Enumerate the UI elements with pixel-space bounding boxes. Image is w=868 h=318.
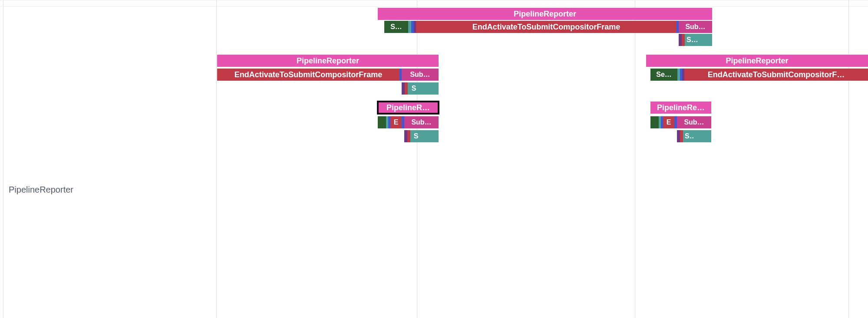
pipeline-reporter-slice[interactable]: PipelineReporter xyxy=(217,55,439,67)
grid-line xyxy=(417,0,417,318)
end-activate-submit-slice[interactable]: EndActivateToSubmitCompositorFrame xyxy=(416,21,677,33)
slice-teal[interactable] xyxy=(699,34,712,46)
slice-teal[interactable] xyxy=(422,130,439,142)
end-activate-submit-slice[interactable]: E xyxy=(390,116,402,128)
track-label: PipelineReporter xyxy=(9,185,73,195)
grid-line xyxy=(635,0,635,318)
slice-teal[interactable] xyxy=(420,82,439,95)
end-activate-submit-slice[interactable]: E xyxy=(663,116,674,128)
row-separator xyxy=(0,6,868,7)
grid-line xyxy=(848,0,849,318)
end-activate-submit-slice[interactable]: EndActivateToSubmitCompositorF… xyxy=(684,69,868,81)
submit-compositor-frame-slice[interactable]: Sub… xyxy=(404,116,439,128)
slice-teal[interactable]: S xyxy=(408,82,420,95)
slice-teal[interactable] xyxy=(694,130,711,142)
send-begin-frame-slice[interactable]: Se… xyxy=(650,69,677,81)
row-separator xyxy=(0,0,868,0)
send-begin-frame-slice[interactable] xyxy=(378,116,386,128)
grid-line xyxy=(216,0,217,318)
pipeline-reporter-slice[interactable]: PipelineReporter xyxy=(646,55,868,67)
pipeline-reporter-slice[interactable]: PipelineRe… xyxy=(650,102,711,114)
slice-teal[interactable]: S… xyxy=(683,130,694,142)
submit-compositor-frame-slice[interactable]: Sub… xyxy=(402,69,439,81)
end-activate-submit-slice[interactable]: EndActivateToSubmitCompositorFrame xyxy=(217,69,399,81)
send-begin-frame-slice[interactable]: S… xyxy=(384,21,408,33)
send-begin-frame-slice[interactable] xyxy=(650,116,659,128)
slice-teal[interactable]: S xyxy=(410,130,422,142)
pipeline-reporter-slice[interactable]: PipelineR… xyxy=(378,102,439,114)
submit-compositor-frame-slice[interactable]: Sub… xyxy=(679,21,712,33)
trace-viewport[interactable]: { "track_label": "PipelineReporter", "gr… xyxy=(0,0,868,318)
slice-teal[interactable]: S… xyxy=(685,34,699,46)
pipeline-reporter-slice[interactable]: PipelineReporter xyxy=(378,8,712,20)
submit-compositor-frame-slice[interactable]: Sub… xyxy=(677,116,711,128)
grid-line xyxy=(3,0,3,318)
